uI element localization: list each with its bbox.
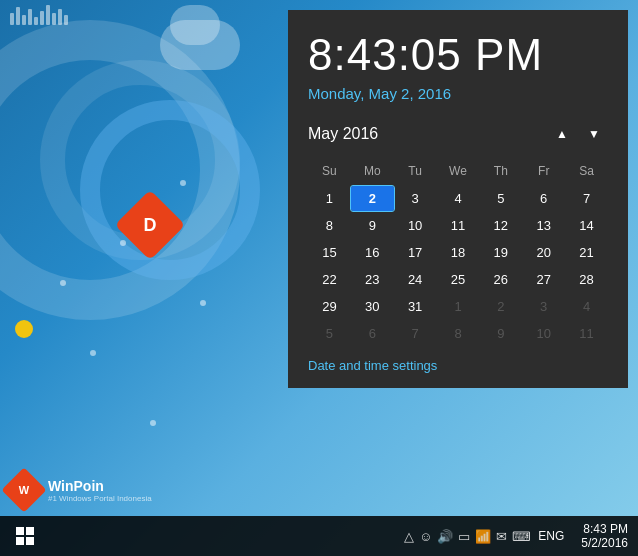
brand-sub: #1 Windows Portal Indonesia [48,494,152,503]
calendar-day-june-3[interactable]: 3 [522,294,565,319]
prev-month-button[interactable]: ▲ [548,120,576,148]
notification-icon[interactable]: △ [404,529,414,544]
date-display: Monday, May 2, 2016 [308,85,608,102]
brand-icon-letter: W [19,484,29,496]
calendar-day-10[interactable]: 10 [394,213,437,238]
calendar-week-1: 1 2 3 4 5 6 7 [308,186,608,211]
calendar-day-june-2[interactable]: 2 [479,294,522,319]
desktop: D 8:43:05 PM Monday, May 2, 2016 May 201… [0,0,638,556]
month-nav: May 2016 ▲ ▼ [308,120,608,148]
calendar-day-21[interactable]: 21 [565,240,608,265]
calendar-day-june-7[interactable]: 7 [394,321,437,346]
win-square-br [26,537,34,545]
message-icon[interactable]: ✉ [496,529,507,544]
day-header-fr: Fr [522,160,565,182]
calendar-week-5: 29 30 31 1 2 3 4 [308,294,608,319]
calendar-day-june-4[interactable]: 4 [565,294,608,319]
calendar-grid: Su Mo Tu We Th Fr Sa 1 2 3 4 5 6 7 8 [308,160,608,346]
taskbar-clock[interactable]: 8:43 PM 5/2/2016 [576,520,633,552]
calendar-day-9[interactable]: 9 [351,213,394,238]
taskbar-time: 8:43 PM [583,522,628,536]
calendar-week-6: 5 6 7 8 9 10 11 [308,321,608,346]
day-header-su: Su [308,160,351,182]
win-square-tr [26,527,34,535]
taskbar-date: 5/2/2016 [581,536,628,550]
day-header-sa: Sa [565,160,608,182]
calendar-day-june-1[interactable]: 1 [437,294,480,319]
nav-buttons: ▲ ▼ [548,120,608,148]
brand-text-container: WinPoin #1 Windows Portal Indonesia [48,478,152,503]
battery-icon[interactable]: ▭ [458,529,470,544]
calendar-day-june-8[interactable]: 8 [437,321,480,346]
desktop-brand: W WinPoin #1 Windows Portal Indonesia [8,474,152,506]
calendar-day-22[interactable]: 22 [308,267,351,292]
calendar-day-june-6[interactable]: 6 [351,321,394,346]
scatter-dot [90,350,96,356]
calendar-day-11[interactable]: 11 [437,213,480,238]
calendar-day-2-today[interactable]: 2 [351,186,394,211]
calendar-week-4: 22 23 24 25 26 27 28 [308,267,608,292]
scatter-dot [200,300,206,306]
calendar-day-27[interactable]: 27 [522,267,565,292]
calendar-header-row: Su Mo Tu We Th Fr Sa [308,160,608,182]
calendar-day-14[interactable]: 14 [565,213,608,238]
calendar-day-24[interactable]: 24 [394,267,437,292]
calendar-day-23[interactable]: 23 [351,267,394,292]
calendar-day-june-10[interactable]: 10 [522,321,565,346]
calendar-day-june-9[interactable]: 9 [479,321,522,346]
scatter-dot [150,420,156,426]
taskbar: △ ☺ 🔊 ▭ 📶 ✉ ⌨ ENG 8:43 PM 5/2/2016 [0,516,638,556]
calendar-day-15[interactable]: 15 [308,240,351,265]
calendar-day-6[interactable]: 6 [522,186,565,211]
calendar-day-30[interactable]: 30 [351,294,394,319]
day-header-tu: Tu [394,160,437,182]
calendar-day-19[interactable]: 19 [479,240,522,265]
speaker-icon[interactable]: 🔊 [437,529,453,544]
date-time-settings-link[interactable]: Date and time settings [308,358,608,373]
calendar-day-31[interactable]: 31 [394,294,437,319]
calendar-day-25[interactable]: 25 [437,267,480,292]
day-header-mo: Mo [351,160,394,182]
calendar-day-7[interactable]: 7 [565,186,608,211]
calendar-day-4[interactable]: 4 [437,186,480,211]
calendar-day-1[interactable]: 1 [308,186,351,211]
brand-icon-container: W [8,474,40,506]
win-square-bl [16,537,24,545]
bg-arc [80,100,260,280]
emoji-icon[interactable]: ☺ [419,529,432,544]
calendar-day-3[interactable]: 3 [394,186,437,211]
brand-name: WinPoin [48,478,152,494]
calendar-day-june-5[interactable]: 5 [308,321,351,346]
month-title: May 2016 [308,125,378,143]
time-display: 8:43:05 PM [308,30,608,80]
wifi-icon[interactable]: 📶 [475,529,491,544]
scatter-dot [60,280,66,286]
music-bars-icon [10,5,68,25]
bg-cloud [160,20,240,70]
calendar-day-17[interactable]: 17 [394,240,437,265]
start-button[interactable] [5,516,45,556]
calendar-day-20[interactable]: 20 [522,240,565,265]
calendar-day-13[interactable]: 13 [522,213,565,238]
day-header-th: Th [479,160,522,182]
scatter-dot [120,240,126,246]
taskbar-right: △ ☺ 🔊 ▭ 📶 ✉ ⌨ ENG 8:43 PM 5/2/2016 [404,520,638,552]
calendar-popup: 8:43:05 PM Monday, May 2, 2016 May 2016 … [288,10,628,388]
calendar-day-8[interactable]: 8 [308,213,351,238]
yellow-notification-dot [15,320,33,338]
calendar-day-12[interactable]: 12 [479,213,522,238]
calendar-day-16[interactable]: 16 [351,240,394,265]
calendar-day-29[interactable]: 29 [308,294,351,319]
system-tray-icons: △ ☺ 🔊 ▭ 📶 ✉ ⌨ [404,529,531,544]
calendar-day-28[interactable]: 28 [565,267,608,292]
taskbar-left [0,516,45,556]
next-month-button[interactable]: ▼ [580,120,608,148]
keyboard-icon[interactable]: ⌨ [512,529,531,544]
calendar-day-18[interactable]: 18 [437,240,480,265]
calendar-week-3: 15 16 17 18 19 20 21 [308,240,608,265]
calendar-day-june-11[interactable]: 11 [565,321,608,346]
calendar-day-26[interactable]: 26 [479,267,522,292]
calendar-day-5[interactable]: 5 [479,186,522,211]
windows-logo-icon [16,527,34,545]
win-square-tl [16,527,24,535]
